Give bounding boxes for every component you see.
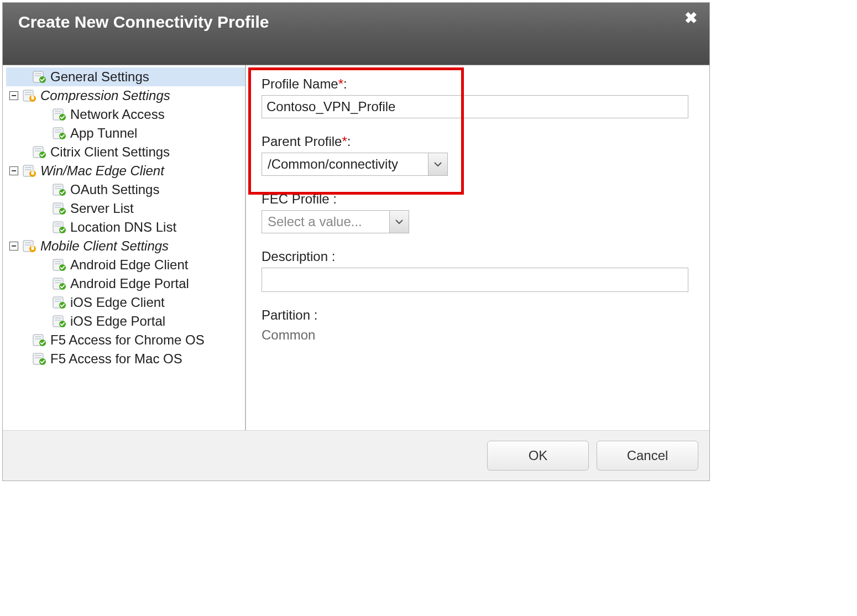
cancel-button[interactable]: Cancel xyxy=(597,441,698,471)
tree-item-f5-access-mac[interactable]: F5 Access for Mac OS xyxy=(6,349,245,368)
document-check-icon xyxy=(51,202,67,215)
dialog-body: General Settings − Compression Settings … xyxy=(3,65,709,430)
document-lock-icon xyxy=(22,240,37,252)
field-description: Description : xyxy=(252,246,698,292)
tree-label: General Settings xyxy=(50,69,149,85)
tree-item-ios-edge-portal[interactable]: iOS Edge Portal xyxy=(6,312,245,331)
partition-value: Common xyxy=(262,326,688,343)
document-check-icon xyxy=(51,127,67,139)
document-check-icon xyxy=(32,71,47,83)
tree-group-mobile-client-settings[interactable]: − Mobile Client Settings xyxy=(6,237,245,255)
tree-label: App Tunnel xyxy=(70,126,137,141)
description-label: Description : xyxy=(262,249,688,264)
collapse-toggle-icon[interactable]: − xyxy=(9,166,18,175)
document-check-icon xyxy=(51,259,67,271)
profile-name-label: Profile Name*: xyxy=(262,76,688,92)
settings-form: Profile Name*: Parent Profile*: /Common/… xyxy=(246,65,709,430)
chevron-down-icon[interactable] xyxy=(389,211,409,233)
document-check-icon xyxy=(51,315,67,327)
field-fec-profile: FEC Profile : Select a value... xyxy=(252,188,698,233)
document-check-icon xyxy=(51,184,67,196)
tree-label: F5 Access for Chrome OS xyxy=(50,332,205,348)
partition-label: Partition : xyxy=(262,307,688,323)
tree-item-f5-access-chrome[interactable]: F5 Access for Chrome OS xyxy=(6,331,245,349)
document-check-icon xyxy=(51,278,67,290)
tree-label: Server List xyxy=(70,201,134,216)
document-check-icon xyxy=(32,353,47,365)
field-profile-name: Profile Name*: xyxy=(252,73,698,118)
tree-label: Location DNS List xyxy=(70,220,176,235)
settings-tree: General Settings − Compression Settings … xyxy=(3,65,246,430)
tree-label: OAuth Settings xyxy=(70,182,159,197)
document-lock-icon xyxy=(22,90,37,102)
document-check-icon xyxy=(32,146,47,158)
fec-profile-label: FEC Profile : xyxy=(262,191,688,207)
close-icon[interactable]: ✖ xyxy=(684,11,697,26)
tree-label: iOS Edge Client xyxy=(70,295,165,310)
tree-item-android-edge-client[interactable]: Android Edge Client xyxy=(6,255,245,274)
tree-item-ios-edge-client[interactable]: iOS Edge Client xyxy=(6,293,245,312)
tree-label: Compression Settings xyxy=(40,88,170,103)
tree-label: Win/Mac Edge Client xyxy=(40,163,164,179)
dialog-footer: OK Cancel xyxy=(3,430,709,481)
tree-item-android-edge-portal[interactable]: Android Edge Portal xyxy=(6,274,245,293)
parent-profile-label: Parent Profile*: xyxy=(262,134,688,149)
field-partition: Partition : Common xyxy=(252,304,698,343)
tree-label: Network Access xyxy=(70,107,165,122)
tree-item-location-dns-list[interactable]: Location DNS List xyxy=(6,218,245,237)
tree-group-compression-settings[interactable]: − Compression Settings xyxy=(6,86,245,105)
field-parent-profile: Parent Profile*: /Common/connectivity xyxy=(252,130,698,176)
tree-item-network-access[interactable]: Network Access xyxy=(6,105,245,124)
tree-item-general-settings[interactable]: General Settings xyxy=(6,67,245,86)
tree-item-app-tunnel[interactable]: App Tunnel xyxy=(6,124,245,143)
tree-item-server-list[interactable]: Server List xyxy=(6,199,245,218)
tree-label: iOS Edge Portal xyxy=(70,314,165,329)
document-lock-icon xyxy=(22,165,37,177)
tree-item-oauth-settings[interactable]: OAuth Settings xyxy=(6,180,245,199)
chevron-down-icon[interactable] xyxy=(428,153,447,175)
collapse-toggle-icon[interactable]: − xyxy=(9,242,18,250)
tree-label: Mobile Client Settings xyxy=(40,238,169,254)
tree-label: Android Edge Client xyxy=(70,257,188,273)
parent-profile-value: /Common/connectivity xyxy=(262,153,428,175)
tree-label: Android Edge Portal xyxy=(70,276,189,291)
tree-item-citrix-client-settings[interactable]: Citrix Client Settings xyxy=(6,143,245,161)
document-check-icon xyxy=(51,221,67,233)
document-check-icon xyxy=(32,334,47,346)
document-check-icon xyxy=(51,108,67,121)
connectivity-profile-dialog: Create New Connectivity Profile ✖ Genera… xyxy=(2,2,710,481)
fec-profile-placeholder: Select a value... xyxy=(262,211,389,233)
tree-label: F5 Access for Mac OS xyxy=(50,351,182,367)
document-check-icon xyxy=(51,296,67,309)
tree-group-winmac-edge-client[interactable]: − Win/Mac Edge Client xyxy=(6,161,245,180)
dialog-header: Create New Connectivity Profile ✖ xyxy=(3,3,709,65)
description-input[interactable] xyxy=(262,268,688,292)
fec-profile-select[interactable]: Select a value... xyxy=(262,210,409,233)
parent-profile-select[interactable]: /Common/connectivity xyxy=(262,153,448,176)
collapse-toggle-icon[interactable]: − xyxy=(9,91,18,100)
profile-name-input[interactable] xyxy=(262,95,688,118)
dialog-title: Create New Connectivity Profile xyxy=(18,13,269,31)
tree-label: Citrix Client Settings xyxy=(50,144,170,160)
ok-button[interactable]: OK xyxy=(487,441,589,471)
